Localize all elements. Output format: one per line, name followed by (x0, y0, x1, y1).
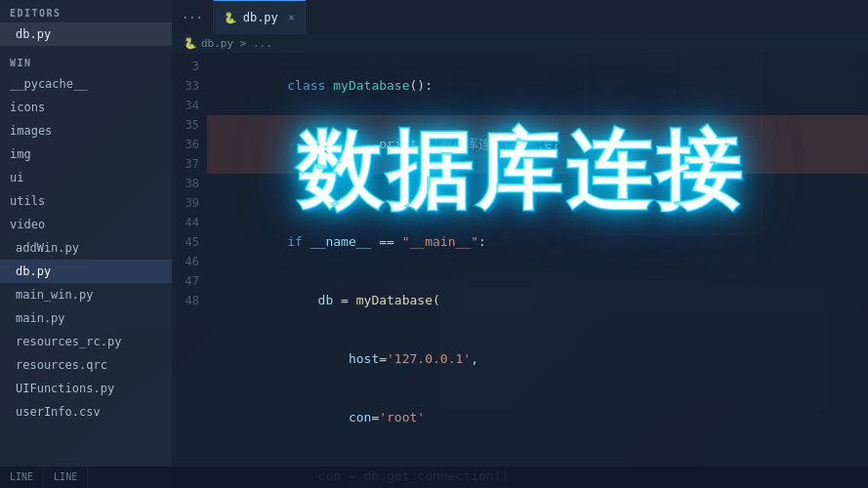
line-num-3: 3 (172, 57, 207, 76)
code-editor[interactable]: 3 33 34 35 36 37 38 39 44 45 46 47 48 cl… (172, 53, 868, 488)
sidebar-item-userinfo[interactable]: userInfo.csv (0, 400, 172, 424)
line-num-33: 33 (172, 76, 207, 96)
sidebar-folder-ui[interactable]: ui (0, 166, 172, 189)
line-num-34: 34 (172, 96, 207, 115)
line-numbers: 3 33 34 35 36 37 38 39 44 45 46 47 48 (172, 53, 207, 488)
editor-container: EDITORS db.py WIN __pycache__ icons imag… (0, 0, 868, 488)
code-line-35 (207, 193, 868, 213)
breadcrumb: 🐍 db.py > ... (172, 34, 868, 53)
tab-bar: ··· 🐍 db.py × (172, 0, 868, 34)
tab-close-icon[interactable]: × (288, 11, 295, 24)
code-line-38: host='127.0.0.1', (207, 330, 868, 388)
line-num-39: 39 (172, 193, 207, 213)
sidebar: EDITORS db.py WIN __pycache__ icons imag… (0, 0, 172, 488)
sidebar-item-resources-qrc[interactable]: resources.qrc (0, 353, 172, 377)
code-line-36: if __name__ == "__main__": (207, 213, 868, 271)
sidebar-item-db-py-editors[interactable]: db.py (0, 22, 172, 46)
sidebar-item-db-py[interactable]: db.py (0, 260, 172, 283)
status-line-1: LINE (0, 467, 44, 488)
breadcrumb-path: db.py > ... (201, 37, 272, 50)
win-section-title: WIN (0, 50, 172, 72)
code-line-3: class myDatabase(): (207, 57, 868, 115)
tab-db-py[interactable]: 🐍 db.py × (214, 0, 306, 34)
sidebar-item-resources-rc[interactable]: resources_rc.py (0, 330, 172, 353)
sidebar-item-main[interactable]: main.py (0, 306, 172, 330)
line-num-45: 45 (172, 232, 207, 252)
sidebar-folder-pycache[interactable]: __pycache__ (0, 72, 172, 96)
tab-dots-label: ··· (182, 11, 203, 24)
line-num-37: 37 (172, 154, 207, 174)
status-line-2: LINE (44, 467, 88, 488)
sidebar-folder-video[interactable]: video (0, 213, 172, 236)
sidebar-item-addwin[interactable]: addWin.py (0, 236, 172, 260)
line-num-35: 35 (172, 115, 207, 135)
line-num-46: 46 (172, 252, 207, 271)
sidebar-folder-images[interactable]: images (0, 119, 172, 142)
code-line-37: db = myDatabase( (207, 271, 868, 330)
code-line-34 (207, 174, 868, 193)
breadcrumb-python-icon: 🐍 (184, 37, 197, 50)
tab-label: db.py (243, 11, 278, 24)
editors-section-title: EDITORS (0, 0, 172, 22)
sidebar-item-main-win[interactable]: main_win.py (0, 283, 172, 306)
status-bar: LINE LINE (0, 467, 868, 488)
sidebar-folder-img[interactable]: img (0, 142, 172, 166)
code-content: class myDatabase(): ············print(f'… (207, 53, 868, 488)
line-num-48: 48 (172, 291, 207, 310)
line-num-36: 36 (172, 135, 207, 154)
main-editor-area: ··· 🐍 db.py × 🐍 db.py > ... 3 33 34 35 3… (172, 0, 868, 488)
line-num-47: 47 (172, 271, 207, 291)
python-file-icon: 🐍 (224, 12, 237, 24)
code-line-39: con='root' (207, 388, 868, 447)
sidebar-item-uifunctions[interactable]: UIFunctions.py (0, 377, 172, 400)
sidebar-folder-icons[interactable]: icons (0, 96, 172, 119)
line-num-44: 44 (172, 213, 207, 232)
sidebar-folder-utils[interactable]: utils (0, 189, 172, 213)
line-num-38: 38 (172, 174, 207, 193)
code-line-33: ············print(f'数据库连接错误',e) (207, 115, 868, 174)
tab-dots[interactable]: ··· (172, 0, 214, 34)
